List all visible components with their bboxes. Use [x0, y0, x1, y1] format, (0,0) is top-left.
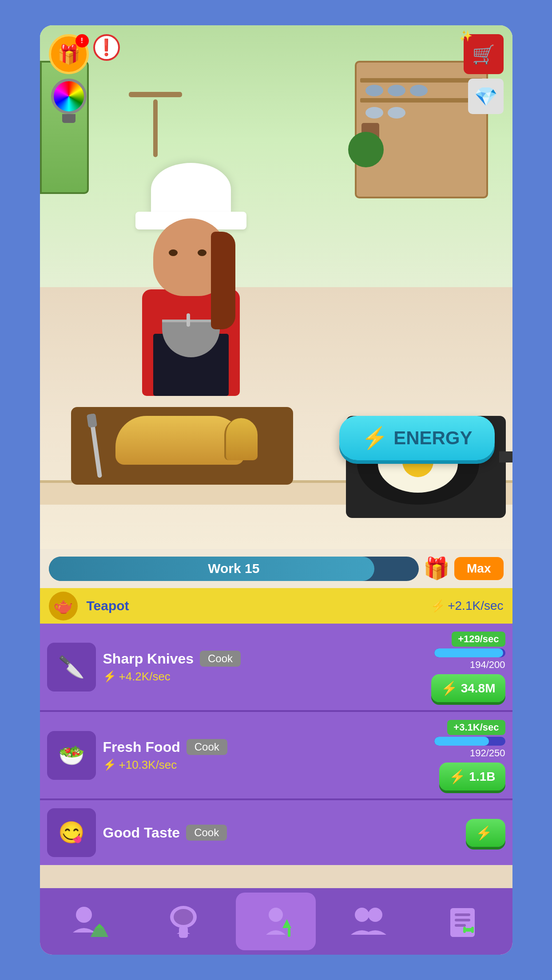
good-taste-right: ⚡ [466, 819, 505, 847]
top-hud: 🎁 ! ❗ [49, 34, 504, 123]
svg-marker-6 [282, 919, 291, 928]
team-icon [349, 904, 389, 939]
gift-button[interactable]: 🎁 ! [49, 34, 89, 74]
work-bar-label: Work 15 [208, 561, 259, 576]
fresh-food-cost-button[interactable]: ⚡ 1.1B [439, 763, 505, 790]
game-scene: 🎁 ! ❗ [40, 25, 512, 549]
teapot-rate: ⚡ +2.1K/sec [431, 599, 503, 613]
fresh-food-rate: ⚡ +10.3K/sec [103, 758, 427, 772]
good-taste-cook-badge: Cook [186, 825, 227, 841]
game-container: 🎁 ! ❗ [40, 25, 512, 955]
fresh-food-right: +3.1K/sec 192/250 ⚡ 1.1B [434, 720, 505, 790]
cook-icon [166, 904, 201, 939]
fresh-food-lightning-icon: ⚡ [103, 759, 116, 771]
sharp-knives-bar-fill [434, 648, 503, 657]
svg-rect-15 [463, 927, 466, 933]
cart-icon: 🛒 [472, 43, 495, 65]
svg-marker-1 [95, 924, 104, 928]
fresh-food-rate-per-sec: +3.1K/sec [447, 720, 505, 735]
work-bar-container: Work 15 🎁 Max [49, 556, 504, 581]
hud-right: 🛒 ✨ 💎 [464, 34, 504, 114]
sharp-knives-lightning-icon: ⚡ [103, 670, 116, 683]
svg-rect-16 [471, 927, 474, 933]
sharp-knives-info: Sharp Knives Cook ⚡ +4.2K/sec [103, 651, 424, 684]
svg-point-9 [368, 908, 382, 922]
svg-rect-10 [450, 908, 475, 937]
char-head [153, 218, 229, 296]
upgrade-row-good-taste: 😋 Good Taste Cook ⚡ [40, 800, 512, 865]
cart-sparkle-icon: ✨ [459, 30, 473, 42]
good-taste-cost-lightning-icon: ⚡ [476, 825, 492, 841]
color-wheel-icon [51, 79, 87, 114]
customers-icon-container [68, 901, 113, 941]
color-wheel-widget[interactable] [49, 79, 89, 123]
sharp-knives-icon: 🔪 [47, 643, 96, 692]
sharp-knives-name: Sharp Knives [103, 651, 194, 667]
teapot-row: 🫖 Teapot ⚡ +2.1K/sec [40, 588, 512, 624]
items-list: 🫖 Teapot ⚡ +2.1K/sec 🔪 Sharp Knives Cook… [40, 588, 512, 888]
skills-icon-container [439, 901, 484, 941]
sharp-knives-cost-button[interactable]: ⚡ 34.8M [431, 674, 505, 702]
svg-rect-11 [455, 913, 470, 916]
alert-button[interactable]: ❗ [93, 34, 120, 61]
good-taste-icon: 😋 [47, 808, 96, 857]
svg-rect-13 [455, 924, 466, 927]
fresh-food-icon: 🥗 [47, 731, 96, 780]
plant [357, 123, 384, 167]
sharp-knives-cost-amount: 34.8M [461, 681, 496, 695]
nav-item-upgrade[interactable] [236, 893, 316, 950]
svg-point-3 [174, 909, 193, 925]
teapot-icon: 🫖 [49, 592, 78, 620]
knife [88, 414, 102, 478]
nav-item-cook[interactable] [143, 893, 223, 950]
work-gift-icon: 🎁 [423, 556, 450, 581]
teapot-lightning-icon: ⚡ [431, 599, 445, 613]
sharp-knives-name-row: Sharp Knives Cook [103, 651, 424, 667]
sharp-knives-rate: ⚡ +4.2K/sec [103, 670, 424, 684]
good-taste-cost-button[interactable]: ⚡ [466, 819, 505, 847]
color-wheel-stand [62, 114, 75, 123]
fresh-food-name: Fresh Food [103, 739, 180, 755]
nav-item-skills[interactable] [421, 893, 501, 950]
svg-point-5 [269, 908, 283, 922]
upgrade-icon [254, 899, 298, 944]
outer-frame: 🎁 ! ❗ [32, 17, 520, 963]
progress-section: Work 15 🎁 Max [40, 549, 512, 588]
sharp-knives-right: +129/sec 194/200 ⚡ 34.8M [431, 632, 505, 702]
work-progress-bar: Work 15 [49, 557, 419, 581]
gift-icon: 🎁 [57, 43, 80, 65]
teapot-name: Teapot [87, 598, 422, 613]
energy-lightning-icon: ⚡ [361, 426, 388, 450]
fresh-food-cook-badge: Cook [187, 739, 227, 755]
nav-item-customers[interactable] [51, 893, 131, 950]
nav-item-team[interactable] [329, 893, 409, 950]
energy-button[interactable]: ⚡ ENERGY [339, 416, 494, 460]
hud-left: 🎁 ! ❗ [49, 34, 120, 123]
cart-button[interactable]: 🛒 ✨ [464, 34, 504, 74]
fresh-food-cost-lightning-icon: ⚡ [449, 769, 465, 784]
fresh-food-info: Fresh Food Cook ⚡ +10.3K/sec [103, 739, 427, 772]
cook-icon-container [161, 901, 206, 941]
sharp-knives-cost-lightning-icon: ⚡ [441, 680, 457, 696]
max-button[interactable]: Max [454, 557, 503, 580]
energy-label: ENERGY [393, 427, 472, 449]
upgrade-icon-container [249, 897, 302, 946]
good-taste-name-row: Good Taste Cook [103, 825, 459, 841]
fresh-food-count: 192/250 [470, 747, 505, 759]
bottom-nav [40, 888, 512, 955]
gem-icon: 💎 [474, 86, 497, 107]
sharp-knives-rate-per-sec: +129/sec [452, 632, 505, 647]
sharp-knives-bar [434, 648, 505, 657]
sharp-knives-progress: +129/sec 194/200 [434, 632, 505, 671]
fresh-food-cost-amount: 1.1B [469, 770, 495, 784]
upgrade-row-fresh-food: 🥗 Fresh Food Cook ⚡ +10.3K/sec +3.1K/sec [40, 712, 512, 800]
alert-icon: ❗ [96, 38, 116, 57]
sharp-knives-count: 194/200 [470, 659, 505, 671]
sharp-knives-cook-badge: Cook [200, 651, 241, 667]
gem-box-button[interactable]: 💎 [468, 79, 504, 114]
fresh-food-progress: +3.1K/sec 192/250 [434, 720, 505, 759]
fresh-food-name-row: Fresh Food Cook [103, 739, 427, 755]
gift-badge: ! [75, 34, 89, 47]
fresh-food-bar-fill [434, 737, 489, 746]
team-icon-container [346, 901, 391, 941]
